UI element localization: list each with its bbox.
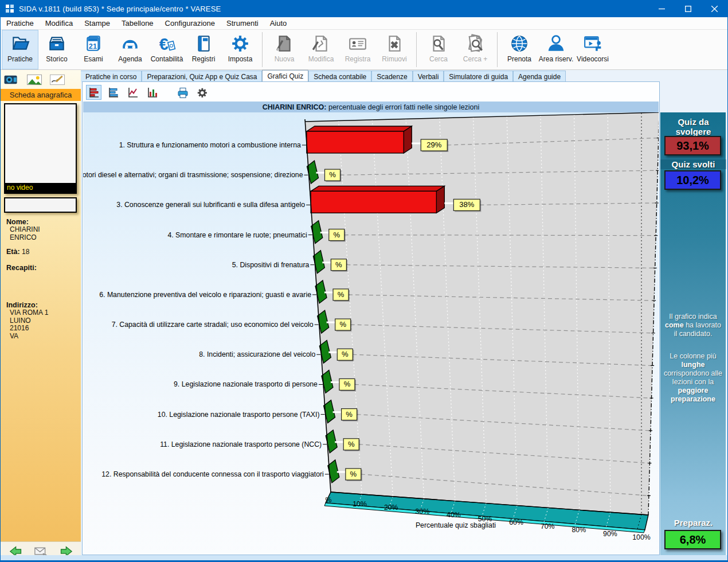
category-label: 11. Legislazione nazionale trasporto per… — [160, 440, 322, 448]
chart-area: 1. Struttura e funzionamento motori a co… — [83, 112, 659, 554]
toolbar-label-contabilit: Contabilità — [151, 55, 183, 63]
toolbar-label-prenota: Prenota — [507, 55, 531, 63]
x-tick-label: 70% — [541, 522, 555, 530]
toolbar-label-modifica: Modifica — [308, 55, 334, 63]
note-segment: lunghe — [682, 361, 705, 369]
tab-pratiche-in-corso[interactable]: Pratiche in corso — [80, 71, 142, 82]
line-chart-button[interactable] — [125, 85, 140, 100]
toolbar-button-cerca: Cerca + — [457, 30, 494, 69]
camera-icon — [2, 73, 21, 87]
quiz-errors-chart: 1. Struttura e funzionamento motori a co… — [83, 112, 659, 554]
indirizzo-value: VIA ROMA 1LUINO21016VA — [6, 309, 48, 340]
category-label: 2. Motori diesel e alternativi; organi d… — [83, 171, 303, 179]
category-label: 9. Legislazione nazionale trasporto di p… — [174, 380, 318, 388]
field-nome: Nome: CHIARINI ENRICO — [6, 218, 40, 241]
chart-title-student: CHIARINI ENRICO: — [263, 103, 327, 111]
close-button[interactable] — [701, 0, 727, 17]
toolbar-button-storico[interactable]: Storico — [38, 30, 75, 69]
signature-tool[interactable] — [48, 73, 67, 87]
toolbar-button-area-riserv[interactable]: Area riserv. — [538, 30, 574, 69]
category-label: 7. Capacità di utilizzare carte stradali… — [112, 321, 314, 329]
toolbar-separator — [497, 32, 498, 67]
euro-icon: € — [157, 33, 177, 54]
video-icon — [583, 33, 602, 54]
photo-tool[interactable] — [25, 73, 44, 87]
chart-title-band: CHIARINI ENRICO: percentuale degli error… — [83, 102, 659, 112]
field-eta: Età: 18 — [6, 248, 29, 256]
menu-strumenti[interactable]: Strumenti — [221, 18, 264, 29]
svg-text:21: 21 — [89, 42, 97, 50]
toolbar-button-videocorsi[interactable]: Videocorsi — [574, 30, 611, 69]
category-label: 8. Incidenti; assicurazione del veicolo — [199, 350, 315, 358]
camera-tool[interactable] — [2, 73, 21, 87]
toolbar-button-registri[interactable]: Registri — [185, 30, 222, 69]
chart-settings-button[interactable] — [194, 85, 210, 100]
gear-icon — [230, 33, 250, 54]
category-label: 6. Manutenzione preventiva del veicolo e… — [99, 291, 311, 299]
sidebar-tools — [2, 73, 67, 87]
app-logo-icon — [5, 4, 14, 13]
menu-stampe[interactable]: Stampe — [79, 18, 116, 29]
category-label: 5. Dispositivi di frenatura — [232, 261, 310, 269]
menu-pratiche[interactable]: Pratiche — [1, 18, 40, 29]
toolbar-label-videocorsi: Videocorsi — [577, 55, 609, 63]
minimize-button[interactable] — [648, 0, 675, 17]
car-icon — [120, 33, 140, 54]
field-recapiti: Recapiti: — [6, 264, 37, 272]
toolbar-button-rimuovi: Rimuovi — [376, 30, 413, 69]
value-label: % — [348, 440, 355, 448]
settings-gear-icon — [196, 87, 209, 99]
toolbar-label-storico: Storico — [46, 55, 67, 63]
toolbar-button-prenota[interactable]: Prenota — [501, 30, 538, 69]
x-tick-label: 80% — [572, 526, 586, 534]
printer-icon — [177, 87, 189, 99]
tab-verbali[interactable]: Verbali — [413, 71, 444, 82]
tab-preparazioni-quiz-app-e-quiz-casa[interactable]: Preparazioni, Quiz App e Quiz Casa — [142, 71, 262, 82]
bar-chart-vertical-button[interactable] — [144, 85, 160, 100]
quiz-da-svolgere-label: Quiz da svolgere — [660, 117, 726, 136]
toolbar-label-area-riserv: Area riserv. — [539, 55, 573, 63]
toolbar-button-pratiche[interactable]: Pratiche — [2, 30, 38, 69]
x-tick-label: 100% — [632, 533, 651, 541]
menu-tabellone[interactable]: Tabellone — [116, 18, 159, 29]
bar-chart-horizontal-blue-button[interactable] — [105, 85, 121, 100]
menu-modifica[interactable]: Modifica — [40, 18, 79, 29]
preparazione-label: Preparaz. — [660, 518, 726, 528]
nome-value-2: ENRICO — [10, 234, 40, 242]
chart-line-icon — [127, 87, 139, 99]
menu-configurazione[interactable]: Configurazione — [159, 18, 221, 29]
maximize-button[interactable] — [675, 0, 701, 17]
no-video-label: no video — [5, 183, 76, 193]
quiz-summary-panel: Quiz da svolgere 93,1% Quiz svolti 10,2%… — [660, 112, 726, 555]
chart-bar-top — [307, 126, 412, 131]
tab-simulatore-di-guida[interactable]: Simulatore di guida — [444, 71, 513, 82]
folder-open-icon — [10, 33, 30, 54]
eta-value: 18 — [22, 248, 29, 256]
chart-bar — [307, 131, 404, 153]
bar-chart-horizontal-red-button[interactable] — [86, 85, 101, 100]
chart-hbars-red-icon — [88, 87, 100, 99]
field-indirizzo: Indirizzo: VIA ROMA 1LUINO21016VA — [6, 301, 48, 340]
toolbar-separator — [416, 32, 417, 67]
signature-box — [4, 197, 77, 213]
picture-icon — [25, 73, 44, 87]
print-chart-button[interactable] — [175, 85, 190, 100]
toolbar-label-cerca: Cerca — [429, 55, 448, 63]
tab-agenda-guide[interactable]: Agenda guide — [513, 71, 566, 82]
x-tick-label: % — [326, 496, 332, 504]
chart-wall — [305, 112, 659, 515]
toolbar-button-contabilit[interactable]: €Contabilità — [148, 30, 185, 69]
x-tick-label: 20% — [384, 504, 398, 512]
value-label: % — [350, 470, 357, 478]
tab-strip: Pratiche in corsoPreparazioni, Quiz App … — [80, 70, 566, 82]
tab-scheda-contabile[interactable]: Scheda contabile — [308, 71, 371, 82]
indirizzo-line: VIA ROMA 1 — [10, 309, 48, 317]
toolbar-button-agenda[interactable]: Agenda — [112, 30, 148, 69]
docs-search-icon — [465, 33, 485, 54]
menu-aiuto[interactable]: Aiuto — [264, 18, 293, 29]
tab-grafici-quiz[interactable]: Grafici Quiz — [262, 70, 308, 82]
tab-scadenze[interactable]: Scadenze — [371, 71, 412, 82]
window-title: SIDA v.1811 (build 853) * Sede principal… — [19, 5, 221, 13]
toolbar-button-esami[interactable]: 21Esami — [75, 30, 112, 69]
toolbar-button-imposta[interactable]: Imposta — [222, 30, 259, 69]
